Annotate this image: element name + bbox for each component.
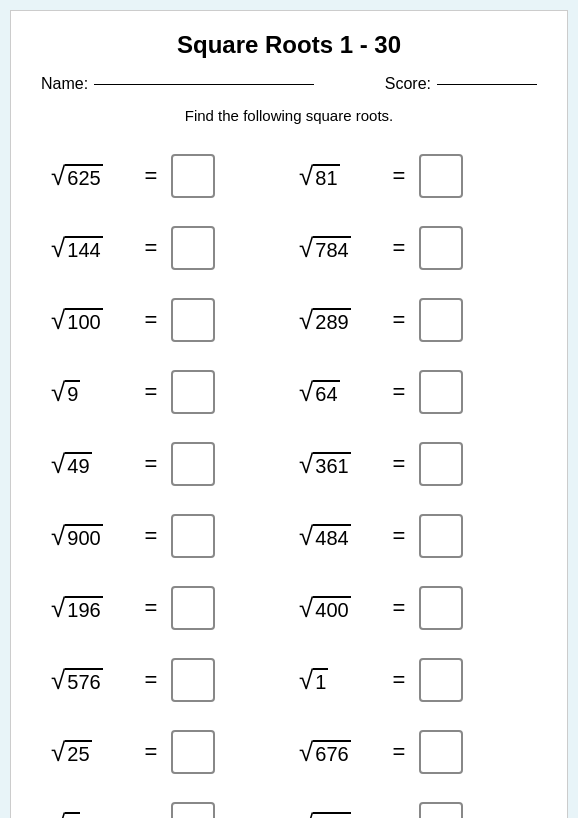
problem-row: √361 =	[289, 428, 537, 500]
sqrt-expression: √576	[51, 667, 131, 693]
name-field: Name:	[41, 75, 314, 93]
sqrt-expression: √289	[299, 307, 379, 333]
radical-sign: √	[299, 163, 313, 189]
problem-row: √400 =	[289, 572, 537, 644]
sqrt-expression: √9	[51, 379, 131, 405]
radicand: 289	[313, 308, 350, 333]
answer-box[interactable]	[171, 802, 215, 818]
problem-row: √196 =	[41, 572, 289, 644]
equals-sign: =	[389, 667, 409, 693]
equals-sign: =	[389, 379, 409, 405]
answer-box[interactable]	[171, 730, 215, 774]
radicand: 361	[313, 452, 350, 477]
sqrt-expression: √676	[299, 739, 379, 765]
answer-box[interactable]	[171, 658, 215, 702]
answer-box[interactable]	[419, 442, 463, 486]
problem-row: √144 =	[41, 212, 289, 284]
radical-sign: √	[51, 451, 65, 477]
name-score-row: Name: Score:	[41, 75, 537, 93]
radical-sign: √	[299, 595, 313, 621]
equals-sign: =	[141, 307, 161, 333]
radical-sign: √	[51, 235, 65, 261]
problem-row: √784 =	[289, 212, 537, 284]
equals-sign: =	[389, 307, 409, 333]
sqrt-expression: √1	[299, 667, 379, 693]
radical-symbol-group: √676	[299, 739, 351, 765]
radical-symbol-group: √0	[51, 811, 80, 818]
sqrt-expression: √144	[51, 235, 131, 261]
answer-box[interactable]	[419, 658, 463, 702]
radical-sign: √	[299, 379, 313, 405]
name-line	[94, 84, 314, 85]
radical-sign: √	[51, 595, 65, 621]
equals-sign: =	[141, 163, 161, 189]
radical-symbol-group: √144	[51, 235, 103, 261]
equals-sign: =	[141, 739, 161, 765]
radical-sign: √	[51, 667, 65, 693]
radical-symbol-group: √9	[51, 379, 80, 405]
radical-sign: √	[299, 235, 313, 261]
answer-box[interactable]	[419, 370, 463, 414]
sqrt-expression: √784	[299, 235, 379, 261]
radical-sign: √	[299, 739, 313, 765]
equals-sign: =	[389, 235, 409, 261]
radicand: 9	[65, 380, 80, 405]
equals-sign: =	[141, 523, 161, 549]
problem-row: √100 =	[41, 284, 289, 356]
page-title: Square Roots 1 - 30	[41, 31, 537, 59]
answer-box[interactable]	[419, 514, 463, 558]
sqrt-expression: √400	[299, 595, 379, 621]
radical-sign: √	[51, 523, 65, 549]
answer-box[interactable]	[419, 802, 463, 818]
sqrt-expression: √25	[51, 739, 131, 765]
radical-sign: √	[51, 307, 65, 333]
problem-row: √441 =	[289, 788, 537, 818]
right-column: √81 = √784 = √289 =	[289, 140, 537, 818]
name-label: Name:	[41, 75, 88, 93]
left-column: √625 = √144 = √100 =	[41, 140, 289, 818]
sqrt-expression: √81	[299, 163, 379, 189]
answer-box[interactable]	[171, 370, 215, 414]
radical-symbol-group: √289	[299, 307, 351, 333]
radical-sign: √	[299, 451, 313, 477]
answer-box[interactable]	[419, 586, 463, 630]
radicand: 784	[313, 236, 350, 261]
radicand: 576	[65, 668, 102, 693]
problem-row: √9 =	[41, 356, 289, 428]
score-line	[437, 84, 537, 85]
answer-box[interactable]	[171, 442, 215, 486]
sqrt-expression: √49	[51, 451, 131, 477]
radical-symbol-group: √361	[299, 451, 351, 477]
answer-box[interactable]	[171, 514, 215, 558]
answer-box[interactable]	[171, 298, 215, 342]
radicand: 676	[313, 740, 350, 765]
sqrt-expression: √0	[51, 811, 131, 818]
radical-symbol-group: √576	[51, 667, 103, 693]
radicand: 25	[65, 740, 91, 765]
radical-symbol-group: √625	[51, 163, 103, 189]
radical-sign: √	[299, 667, 313, 693]
answer-box[interactable]	[171, 586, 215, 630]
radical-symbol-group: √49	[51, 451, 92, 477]
radical-sign: √	[299, 811, 313, 818]
radicand: 81	[313, 164, 339, 189]
radical-sign: √	[51, 739, 65, 765]
radical-symbol-group: √25	[51, 739, 92, 765]
equals-sign: =	[141, 235, 161, 261]
score-field: Score:	[385, 75, 537, 93]
answer-box[interactable]	[171, 154, 215, 198]
radical-symbol-group: √100	[51, 307, 103, 333]
answer-box[interactable]	[171, 226, 215, 270]
answer-box[interactable]	[419, 298, 463, 342]
radicand: 64	[313, 380, 339, 405]
problem-row: √676 =	[289, 716, 537, 788]
radical-symbol-group: √64	[299, 379, 340, 405]
problems-container: √625 = √144 = √100 =	[41, 140, 537, 818]
radical-symbol-group: √441	[299, 811, 351, 818]
radical-symbol-group: √1	[299, 667, 328, 693]
problem-row: √81 =	[289, 140, 537, 212]
radical-symbol-group: √484	[299, 523, 351, 549]
answer-box[interactable]	[419, 226, 463, 270]
answer-box[interactable]	[419, 730, 463, 774]
answer-box[interactable]	[419, 154, 463, 198]
